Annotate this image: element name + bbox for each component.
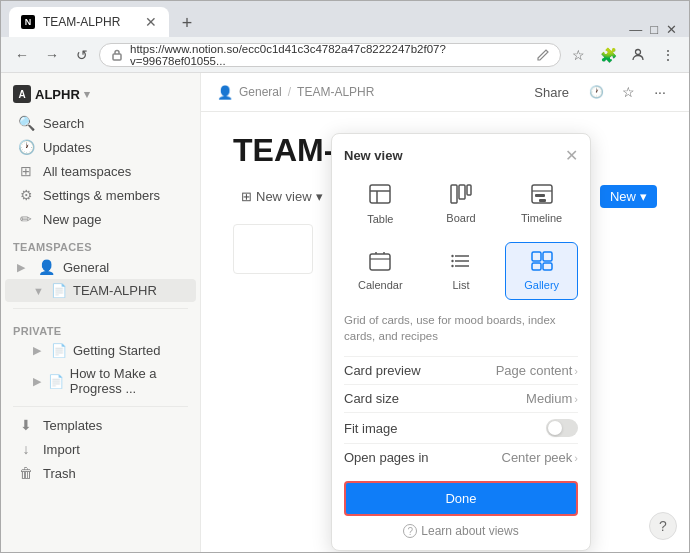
more-options-icon[interactable]: ⋮	[655, 42, 681, 68]
sidebar-item-updates[interactable]: 🕐 Updates	[5, 135, 196, 159]
svg-rect-0	[113, 54, 121, 60]
expand-icon[interactable]: ▶	[33, 375, 42, 388]
minimize-button[interactable]: —	[629, 22, 642, 37]
tab-bar: N TEAM-ALPHR ✕ + — □ ✕	[1, 1, 689, 37]
view-grid-icon: ⊞	[241, 189, 252, 204]
forward-button[interactable]: →	[39, 42, 65, 68]
card-preview-row[interactable]: Card preview Page content ›	[344, 356, 578, 384]
new-btn-label: New	[610, 189, 636, 204]
fit-image-toggle[interactable]	[546, 419, 578, 437]
expand-icon[interactable]: ▼	[33, 285, 45, 297]
view-item-list[interactable]: List	[425, 242, 498, 300]
svg-rect-12	[370, 254, 390, 270]
trash-label: Trash	[43, 466, 76, 481]
sidebar-item-import[interactable]: ↓ Import	[5, 437, 196, 461]
learn-about-views-row[interactable]: ? Learn about views	[344, 524, 578, 538]
app-body: A ALPHR ▾ 🔍 Search 🕐 Updates ⊞ All teams…	[1, 73, 689, 552]
gallery-view-icon	[531, 251, 553, 275]
gallery-description: Grid of cards, use for mood boards, inde…	[344, 312, 578, 344]
open-pages-row[interactable]: Open pages in Center peek ›	[344, 443, 578, 471]
import-icon: ↓	[17, 441, 35, 457]
star-icon[interactable]: ☆	[615, 79, 641, 105]
panel-header: New view ✕	[344, 146, 578, 165]
list-view-icon	[450, 251, 472, 275]
expand-icon[interactable]: ▶	[17, 261, 29, 274]
sidebar-item-progress[interactable]: ▶ 📄 How to Make a Progress ...	[5, 362, 196, 400]
sidebar-item-team-alphr[interactable]: ▼ 📄 TEAM-ALPHR	[5, 279, 196, 302]
page-icon: 📄	[51, 283, 67, 298]
general-label: General	[63, 260, 109, 275]
open-pages-chevron: ›	[574, 452, 578, 464]
card-size-chevron: ›	[574, 393, 578, 405]
view-item-timeline[interactable]: Timeline	[505, 175, 578, 234]
breadcrumb-page[interactable]: TEAM-ALPHR	[297, 85, 374, 99]
maximize-button[interactable]: □	[650, 22, 658, 37]
toggle-thumb	[548, 421, 562, 435]
active-tab[interactable]: N TEAM-ALPHR ✕	[9, 7, 169, 37]
back-button[interactable]: ←	[9, 42, 35, 68]
new-view-button[interactable]: ⊞ New view ▾	[233, 185, 331, 208]
history-icon[interactable]: 🕐	[583, 79, 609, 105]
sidebar-item-settings[interactable]: ⚙ Settings & members	[5, 183, 196, 207]
new-view-panel: New view ✕ Table	[331, 133, 591, 551]
learn-label: Learn about views	[421, 524, 518, 538]
table-view-icon	[369, 184, 391, 209]
card-size-row[interactable]: Card size Medium ›	[344, 384, 578, 412]
sidebar-item-search[interactable]: 🔍 Search	[5, 111, 196, 135]
card-size-value: Medium ›	[526, 391, 578, 406]
view-item-calendar[interactable]: Calendar	[344, 242, 417, 300]
svg-point-20	[451, 260, 453, 262]
svg-rect-7	[467, 185, 471, 195]
doc-icon2: 📄	[48, 374, 64, 389]
tab-close-icon[interactable]: ✕	[145, 14, 157, 30]
view-item-gallery[interactable]: Gallery	[505, 242, 578, 300]
sidebar-divider2	[13, 406, 188, 407]
workspace-avatar: A	[13, 85, 31, 103]
sidebar-item-trash[interactable]: 🗑 Trash	[5, 461, 196, 485]
new-entry-button[interactable]: New ▾	[600, 185, 657, 208]
main-content: 👤 General / TEAM-ALPHR Share 🕐 ☆ ··· TEA…	[201, 73, 689, 552]
done-button[interactable]: Done	[344, 481, 578, 516]
chevron-down-icon: ▾	[316, 189, 323, 204]
tab-title: TEAM-ALPHR	[43, 15, 137, 29]
more-page-options-icon[interactable]: ···	[647, 79, 673, 105]
tab-favicon: N	[21, 15, 35, 29]
general-icon: 👤	[37, 259, 55, 275]
svg-rect-5	[451, 185, 457, 203]
svg-point-1	[636, 49, 641, 54]
share-button[interactable]: Share	[526, 83, 577, 102]
sidebar-item-getting-started[interactable]: ▶ 📄 Getting Started	[5, 339, 196, 362]
svg-rect-22	[532, 252, 541, 261]
view-type-grid: Table Board Timeline	[344, 175, 578, 300]
sidebar-item-templates[interactable]: ⬇ Templates	[5, 413, 196, 437]
close-button[interactable]: ✕	[666, 22, 677, 37]
breadcrumb: 👤 General / TEAM-ALPHR Share 🕐 ☆ ···	[201, 73, 689, 112]
nav-bar: ← → ↺ https://www.notion.so/ecc0c1d41c3c…	[1, 37, 689, 73]
sidebar-item-new-page[interactable]: ✏ New page	[5, 207, 196, 231]
all-teamspaces-label: All teamspaces	[43, 164, 131, 179]
sidebar-item-general[interactable]: ▶ 👤 General	[5, 255, 196, 279]
panel-close-button[interactable]: ✕	[565, 146, 578, 165]
sidebar-item-all-teamspaces[interactable]: ⊞ All teamspaces	[5, 159, 196, 183]
reload-button[interactable]: ↺	[69, 42, 95, 68]
profile-icon[interactable]	[625, 42, 651, 68]
url-text: https://www.notion.so/ecc0c1d41c3c4782a4…	[130, 43, 530, 67]
new-view-label: New view	[256, 189, 312, 204]
expand-icon[interactable]: ▶	[33, 344, 45, 357]
bookmark-icon[interactable]: ☆	[565, 42, 591, 68]
extension-icon[interactable]: 🧩	[595, 42, 621, 68]
address-bar[interactable]: https://www.notion.so/ecc0c1d41c3c4782a4…	[99, 43, 561, 67]
sidebar-header: A ALPHR ▾	[1, 81, 200, 111]
calendar-view-icon	[369, 251, 391, 275]
new-tab-button[interactable]: +	[173, 9, 201, 37]
svg-rect-23	[543, 252, 552, 261]
templates-icon: ⬇	[17, 417, 35, 433]
card-preview-value: Page content ›	[496, 363, 578, 378]
new-page-label: New page	[43, 212, 102, 227]
workspace-name[interactable]: A ALPHR ▾	[13, 85, 90, 103]
view-item-board[interactable]: Board	[425, 175, 498, 234]
view-item-table[interactable]: Table	[344, 175, 417, 234]
team-alphr-label: TEAM-ALPHR	[73, 283, 157, 298]
help-button[interactable]: ?	[649, 512, 677, 540]
breadcrumb-workspace[interactable]: General	[239, 85, 282, 99]
